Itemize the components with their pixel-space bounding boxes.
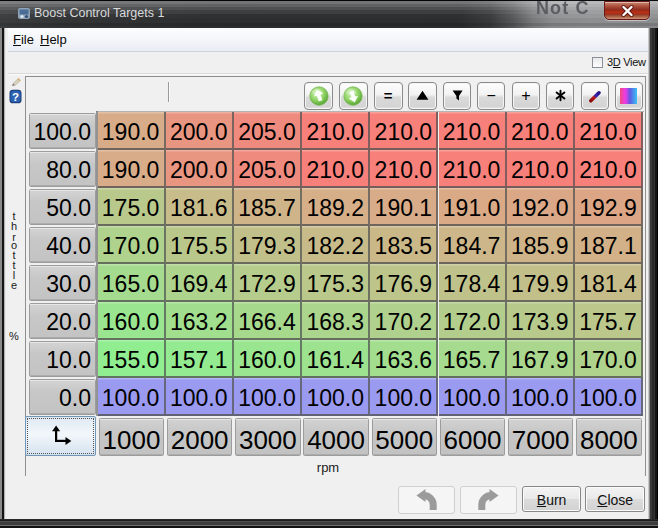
svg-text:?: ? — [12, 91, 19, 103]
